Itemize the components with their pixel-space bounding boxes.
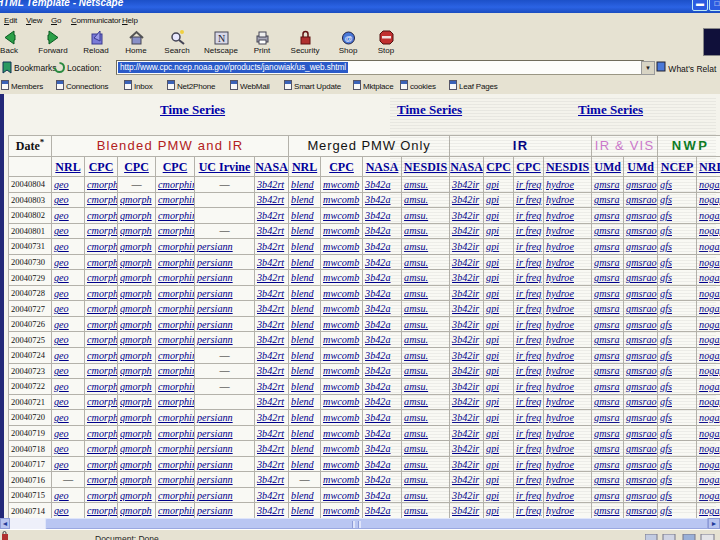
svg-text:N: N: [217, 33, 224, 44]
svg-text:@: @: [344, 34, 352, 43]
